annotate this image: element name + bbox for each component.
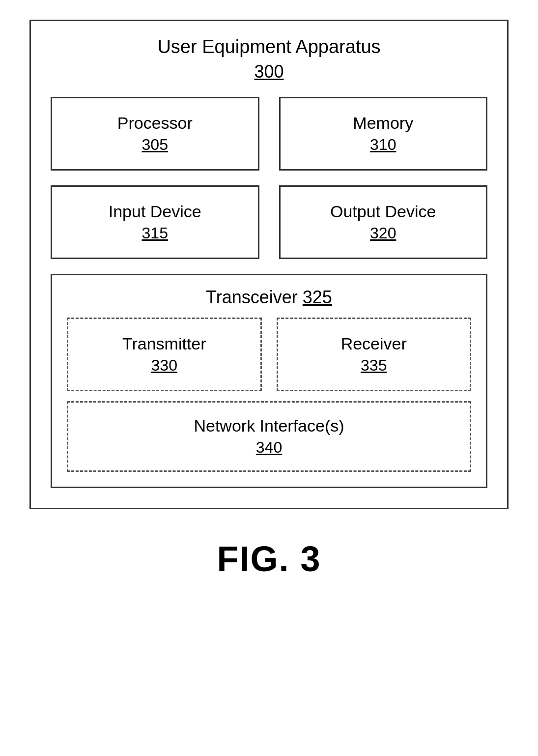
transceiver-box: Transceiver 325 Transmitter 330 Receiver… (51, 274, 487, 488)
memory-label: Memory (353, 114, 413, 133)
output-device-label: Output Device (330, 202, 436, 221)
figure-label: FIG. 3 (217, 539, 321, 579)
network-interface-box: Network Interface(s) 340 (67, 401, 471, 472)
memory-ref: 310 (370, 136, 396, 154)
output-device-ref: 320 (370, 224, 396, 242)
processor-label: Processor (117, 114, 193, 133)
apparatus-ref: 300 (51, 61, 487, 82)
memory-box: Memory 310 (279, 97, 488, 171)
receiver-ref: 335 (361, 356, 387, 375)
apparatus-title: User Equipment Apparatus (51, 36, 487, 58)
transceiver-ref: 325 (303, 287, 332, 307)
processor-box: Processor 305 (51, 97, 259, 171)
processor-ref: 305 (142, 136, 168, 154)
output-device-box: Output Device 320 (279, 185, 488, 259)
receiver-label: Receiver (341, 334, 407, 353)
input-device-ref: 315 (142, 224, 168, 242)
processor-memory-row: Processor 305 Memory 310 (51, 97, 487, 171)
transmitter-box: Transmitter 330 (67, 318, 262, 391)
input-device-box: Input Device 315 (51, 185, 259, 259)
transceiver-title: Transceiver 325 (67, 287, 471, 308)
network-interface-ref: 340 (256, 438, 282, 457)
receiver-box: Receiver 335 (277, 318, 472, 391)
user-equipment-apparatus-box: User Equipment Apparatus 300 Processor 3… (29, 20, 509, 509)
transmitter-ref: 330 (151, 356, 177, 375)
input-output-row: Input Device 315 Output Device 320 (51, 185, 487, 259)
transmitter-receiver-row: Transmitter 330 Receiver 335 (67, 318, 471, 391)
transmitter-label: Transmitter (122, 334, 206, 353)
network-interface-label: Network Interface(s) (194, 416, 344, 436)
input-device-label: Input Device (109, 202, 201, 221)
